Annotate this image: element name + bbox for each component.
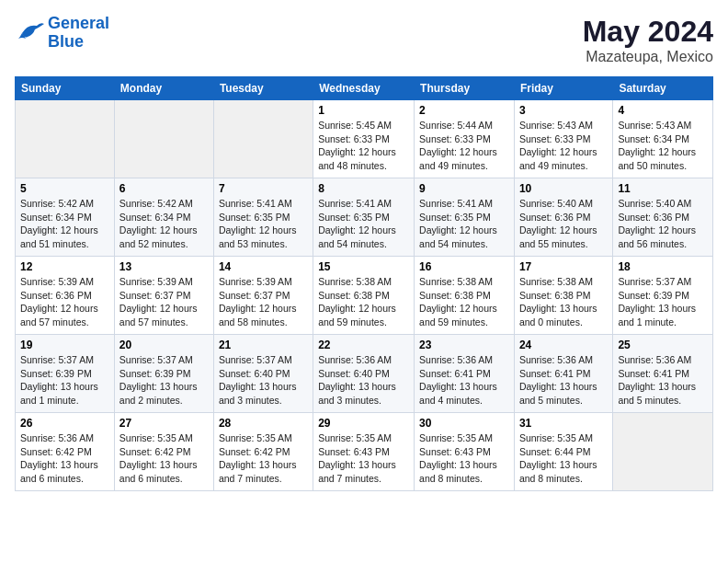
day-number: 22 [318,339,409,351]
calendar-cell: 12Sunrise: 5:39 AMSunset: 6:36 PMDayligh… [16,257,115,335]
day-number: 3 [519,104,608,117]
calendar-week-row: 1Sunrise: 5:45 AMSunset: 6:33 PMDaylight… [16,100,713,178]
day-info: Sunrise: 5:42 AMSunset: 6:34 PMDaylight:… [20,197,109,251]
calendar-week-row: 19Sunrise: 5:37 AMSunset: 6:39 PMDayligh… [16,335,713,413]
calendar-cell: 23Sunrise: 5:36 AMSunset: 6:41 PMDayligh… [415,335,515,413]
calendar-cell: 26Sunrise: 5:36 AMSunset: 6:42 PMDayligh… [16,413,115,491]
day-info: Sunrise: 5:41 AMSunset: 6:35 PMDaylight:… [419,197,509,251]
calendar-cell: 30Sunrise: 5:35 AMSunset: 6:43 PMDayligh… [415,413,515,491]
day-number: 15 [318,260,409,273]
day-info: Sunrise: 5:39 AMSunset: 6:36 PMDaylight:… [20,275,109,329]
day-number: 18 [618,260,708,273]
weekday-header-row: SundayMondayTuesdayWednesdayThursdayFrid… [16,77,713,100]
day-number: 20 [119,339,209,351]
calendar-cell: 4Sunrise: 5:43 AMSunset: 6:34 PMDaylight… [613,100,713,178]
logo-bird-icon [15,20,44,46]
day-info: Sunrise: 5:36 AMSunset: 6:40 PMDaylight:… [318,353,409,408]
day-info: Sunrise: 5:36 AMSunset: 6:41 PMDaylight:… [419,353,509,408]
day-info: Sunrise: 5:39 AMSunset: 6:37 PMDaylight:… [119,275,209,329]
day-number: 5 [20,182,109,195]
calendar-cell: 5Sunrise: 5:42 AMSunset: 6:34 PMDaylight… [16,178,115,257]
day-info: Sunrise: 5:35 AMSunset: 6:42 PMDaylight:… [119,431,209,486]
day-info: Sunrise: 5:35 AMSunset: 6:44 PMDaylight:… [519,431,608,486]
calendar-cell: 9Sunrise: 5:41 AMSunset: 6:35 PMDaylight… [415,178,515,257]
day-info: Sunrise: 5:37 AMSunset: 6:39 PMDaylight:… [119,353,209,408]
day-info: Sunrise: 5:41 AMSunset: 6:35 PMDaylight:… [318,197,409,251]
logo-line1: General [48,14,109,32]
calendar-cell: 19Sunrise: 5:37 AMSunset: 6:39 PMDayligh… [16,335,115,413]
calendar-cell: 29Sunrise: 5:35 AMSunset: 6:43 PMDayligh… [313,413,415,491]
calendar-cell: 20Sunrise: 5:37 AMSunset: 6:39 PMDayligh… [114,335,213,413]
calendar-cell [114,100,213,178]
weekday-header-cell: Monday [114,77,213,100]
calendar-cell: 3Sunrise: 5:43 AMSunset: 6:33 PMDaylight… [514,100,612,178]
day-number: 17 [519,260,608,273]
day-number: 14 [219,260,308,273]
calendar-cell: 8Sunrise: 5:41 AMSunset: 6:35 PMDaylight… [313,178,415,257]
calendar-cell [16,100,115,178]
day-info: Sunrise: 5:41 AMSunset: 6:35 PMDaylight:… [219,197,308,251]
calendar-cell: 6Sunrise: 5:42 AMSunset: 6:34 PMDaylight… [114,178,213,257]
day-number: 11 [618,182,708,195]
calendar-cell: 28Sunrise: 5:35 AMSunset: 6:42 PMDayligh… [213,413,313,491]
calendar-cell: 18Sunrise: 5:37 AMSunset: 6:39 PMDayligh… [613,257,713,335]
logo: General Blue [15,15,109,52]
weekday-header-cell: Tuesday [213,77,313,100]
calendar-cell: 2Sunrise: 5:44 AMSunset: 6:33 PMDaylight… [415,100,515,178]
day-number: 1 [318,104,409,117]
calendar-cell: 1Sunrise: 5:45 AMSunset: 6:33 PMDaylight… [313,100,415,178]
day-number: 19 [20,339,109,351]
day-info: Sunrise: 5:37 AMSunset: 6:39 PMDaylight:… [20,353,109,408]
calendar-cell: 21Sunrise: 5:37 AMSunset: 6:40 PMDayligh… [213,335,313,413]
day-number: 30 [419,417,509,430]
day-info: Sunrise: 5:40 AMSunset: 6:36 PMDaylight:… [519,197,608,251]
calendar-cell: 27Sunrise: 5:35 AMSunset: 6:42 PMDayligh… [114,413,213,491]
calendar-cell: 11Sunrise: 5:40 AMSunset: 6:36 PMDayligh… [613,178,713,257]
calendar-body: 1Sunrise: 5:45 AMSunset: 6:33 PMDaylight… [16,100,713,491]
day-info: Sunrise: 5:43 AMSunset: 6:33 PMDaylight:… [519,119,608,173]
location-title: Mazateupa, Mexico [583,49,713,65]
calendar-week-row: 12Sunrise: 5:39 AMSunset: 6:36 PMDayligh… [16,257,713,335]
weekday-header-cell: Sunday [16,77,115,100]
title-block: May 2024 Mazateupa, Mexico [583,15,713,65]
day-info: Sunrise: 5:36 AMSunset: 6:41 PMDaylight:… [519,353,608,408]
day-number: 7 [219,182,308,195]
day-info: Sunrise: 5:43 AMSunset: 6:34 PMDaylight:… [618,119,708,173]
day-info: Sunrise: 5:36 AMSunset: 6:41 PMDaylight:… [618,353,708,408]
day-number: 10 [519,182,608,195]
day-number: 6 [119,182,209,195]
day-number: 27 [119,417,209,430]
day-number: 12 [20,260,109,273]
day-info: Sunrise: 5:37 AMSunset: 6:40 PMDaylight:… [219,353,308,408]
day-info: Sunrise: 5:38 AMSunset: 6:38 PMDaylight:… [318,275,409,329]
day-info: Sunrise: 5:45 AMSunset: 6:33 PMDaylight:… [318,119,409,173]
calendar-cell: 16Sunrise: 5:38 AMSunset: 6:38 PMDayligh… [415,257,515,335]
day-info: Sunrise: 5:35 AMSunset: 6:43 PMDaylight:… [419,431,509,486]
calendar-cell: 31Sunrise: 5:35 AMSunset: 6:44 PMDayligh… [514,413,612,491]
month-title: May 2024 [583,15,713,49]
weekday-header-cell: Saturday [613,77,713,100]
calendar-cell: 14Sunrise: 5:39 AMSunset: 6:37 PMDayligh… [213,257,313,335]
day-info: Sunrise: 5:39 AMSunset: 6:37 PMDaylight:… [219,275,308,329]
calendar-cell: 22Sunrise: 5:36 AMSunset: 6:40 PMDayligh… [313,335,415,413]
day-number: 23 [419,339,509,351]
day-info: Sunrise: 5:35 AMSunset: 6:42 PMDaylight:… [219,431,308,486]
day-number: 21 [219,339,308,351]
calendar-week-row: 5Sunrise: 5:42 AMSunset: 6:34 PMDaylight… [16,178,713,257]
day-info: Sunrise: 5:44 AMSunset: 6:33 PMDaylight:… [419,119,509,173]
day-info: Sunrise: 5:40 AMSunset: 6:36 PMDaylight:… [618,197,708,251]
page-header: General Blue May 2024 Mazateupa, Mexico [15,15,713,65]
day-number: 31 [519,417,608,430]
calendar-cell [613,413,713,491]
day-number: 29 [318,417,409,430]
day-number: 28 [219,417,308,430]
day-number: 4 [618,104,708,117]
day-number: 26 [20,417,109,430]
day-number: 9 [419,182,509,195]
day-number: 2 [419,104,509,117]
calendar-cell: 24Sunrise: 5:36 AMSunset: 6:41 PMDayligh… [514,335,612,413]
calendar-cell: 10Sunrise: 5:40 AMSunset: 6:36 PMDayligh… [514,178,612,257]
calendar-cell: 17Sunrise: 5:38 AMSunset: 6:38 PMDayligh… [514,257,612,335]
day-number: 16 [419,260,509,273]
day-info: Sunrise: 5:42 AMSunset: 6:34 PMDaylight:… [119,197,209,251]
